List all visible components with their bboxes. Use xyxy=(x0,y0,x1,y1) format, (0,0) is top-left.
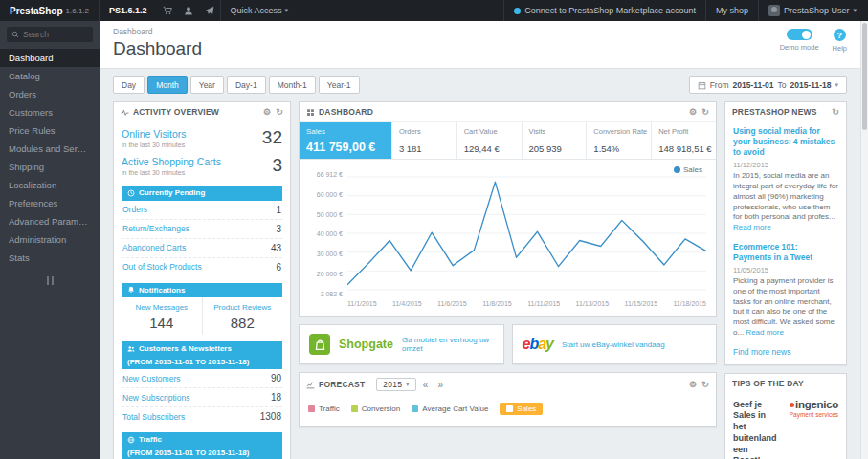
shop-name-link[interactable]: PS1.6.1.2 xyxy=(99,0,157,21)
sidebar-item-localization[interactable]: Localization xyxy=(0,176,100,194)
ingenico-logo[interactable]: ingenico Payment services xyxy=(783,400,838,459)
panel-refresh-icon[interactable]: ↻ xyxy=(701,380,709,389)
sidebar-item-advanced-parameters[interactable]: Advanced Parameters xyxy=(0,212,100,230)
demo-mode-label: Demo mode xyxy=(780,43,819,52)
user-menu[interactable]: PrestaShop User ▾ xyxy=(758,0,860,21)
find-more-news-link[interactable]: Find more news xyxy=(733,347,838,357)
product-reviews-cell[interactable]: Product Reviews 882 xyxy=(202,297,283,335)
active-carts-value: 3 xyxy=(272,155,282,176)
marketplace-link[interactable]: Connect to PrestaShop Marketplace accoun… xyxy=(503,0,705,21)
range-button-day-1[interactable]: Day-1 xyxy=(227,76,266,94)
search-input[interactable] xyxy=(23,30,88,39)
announcement-plane-icon[interactable] xyxy=(199,0,220,21)
news-article-title-link[interactable]: Ecommerce 101: Payments in a Tweet xyxy=(733,242,838,263)
kpi-row: Sales 411 759,00 € Orders 3 181 Cart Val… xyxy=(300,121,716,160)
new-messages-cell[interactable]: New Messages 144 xyxy=(122,297,202,335)
range-button-year[interactable]: Year xyxy=(190,76,224,94)
previous-year-button[interactable]: « xyxy=(420,380,432,390)
forecast-legend-average-cart-value[interactable]: Average Cart Value xyxy=(412,404,488,413)
news-article-date: 11/12/2015 xyxy=(733,161,838,169)
out-of-stock-link[interactable]: Out of Stock Products xyxy=(122,262,202,272)
online-visitors-label[interactable]: Online Visitors xyxy=(122,128,187,140)
panel-refresh-icon[interactable]: ↻ xyxy=(832,107,839,117)
panel-refresh-icon[interactable]: ↻ xyxy=(701,107,709,117)
active-carts-label[interactable]: Active Shopping Carts xyxy=(122,156,221,167)
shopgate-cta-link[interactable]: Ga mobiel en verhoog uw omzet xyxy=(402,336,494,353)
new-subscriptions-link[interactable]: New Subscriptions xyxy=(122,393,189,403)
panel-settings-icon[interactable]: ⚙ xyxy=(689,380,697,389)
sidebar-item-customers[interactable]: Customers xyxy=(0,103,100,121)
kpi-orders[interactable]: Orders 3 181 xyxy=(392,122,457,159)
help-icon[interactable]: ? xyxy=(834,29,846,41)
total-subscribers-link[interactable]: Total Subscribers xyxy=(122,412,185,422)
active-carts-sub: in the last 30 minutes xyxy=(122,169,221,176)
new-customers-link[interactable]: New Customers xyxy=(122,374,180,383)
my-shop-link[interactable]: My shop xyxy=(705,0,758,21)
active-carts-stat: Active Shopping Carts in the last 30 min… xyxy=(122,151,282,179)
kpi-conversion-rate[interactable]: Conversion Rate 1.54% xyxy=(587,122,652,159)
ebay-banner[interactable]: ebay Start uw eBay-winkel vandaag xyxy=(512,324,718,364)
sidebar-item-orders[interactable]: Orders xyxy=(0,85,100,103)
sidebar-item-price-rules[interactable]: Price Rules xyxy=(0,121,100,140)
forecast-legend-sales[interactable]: Sales xyxy=(500,403,543,415)
help-control[interactable]: ? Help xyxy=(833,29,847,53)
sidebar-item-catalog[interactable]: Catalog xyxy=(0,67,100,85)
forecast-year-select[interactable]: 2015 ▾ xyxy=(376,378,415,391)
pending-returns-link[interactable]: Return/Exchanges xyxy=(122,224,189,233)
panel-refresh-icon[interactable]: ↻ xyxy=(276,107,283,117)
activity-overview-panel: ACTIVITY OVERVIEW ⚙ ↻ Online Visitors in… xyxy=(113,101,291,459)
notifications-title: Notifications xyxy=(139,286,185,295)
demo-mode-control[interactable]: Demo mode xyxy=(780,29,819,53)
prestashop-logo[interactable]: PrestaShop 1.6.1.2 xyxy=(0,0,99,21)
demo-mode-toggle[interactable] xyxy=(787,29,812,40)
sidebar-collapse-icon[interactable] xyxy=(43,276,56,285)
customer-icon[interactable] xyxy=(178,0,199,21)
kpi-visits-label: Visits xyxy=(529,127,580,136)
kpi-visits[interactable]: Visits 205 939 xyxy=(523,122,588,159)
cart-icon[interactable] xyxy=(157,0,178,21)
sidebar-item-preferences[interactable]: Preferences xyxy=(0,194,100,212)
sidebar-item-dashboard[interactable]: Dashboard xyxy=(0,49,100,67)
panel-settings-icon[interactable]: ⚙ xyxy=(263,107,271,117)
sidebar: Dashboard Catalog Orders Customers Price… xyxy=(0,21,100,459)
kpi-sales[interactable]: Sales 411 759,00 € xyxy=(300,122,392,159)
kpi-net-profit[interactable]: Net Profit 148 918,51 € xyxy=(652,122,716,159)
average-cart-value-swatch-icon xyxy=(412,405,418,412)
avatar xyxy=(768,5,780,16)
sidebar-item-administration[interactable]: Administration xyxy=(0,230,100,249)
ebay-cta-link[interactable]: Start uw eBay-winkel vandaag xyxy=(562,340,665,349)
pending-rows: Orders 1 Return/Exchanges 3 Abandoned Ca… xyxy=(122,201,282,276)
kpi-cart-value[interactable]: Cart Value 129,44 € xyxy=(457,122,523,159)
forecast-legend-traffic[interactable]: Traffic xyxy=(308,404,340,413)
sidebar-search[interactable] xyxy=(7,27,93,42)
page-scrollbar[interactable] xyxy=(860,21,868,459)
chevron-down-icon: ▾ xyxy=(835,81,838,89)
date-range-picker[interactable]: From 2015-11-01 To 2015-11-18 ▾ xyxy=(689,76,847,94)
sidebar-item-stats[interactable]: Stats xyxy=(0,249,100,267)
chart-legend[interactable]: Sales xyxy=(674,165,702,174)
range-button-month[interactable]: Month xyxy=(147,76,188,94)
pending-row-returns: Return/Exchanges 3 xyxy=(122,220,282,239)
next-year-button[interactable]: » xyxy=(435,380,447,390)
quick-access-menu[interactable]: Quick Access ▾ xyxy=(220,0,299,21)
online-visitors-value: 32 xyxy=(262,127,282,148)
sidebar-item-shipping[interactable]: Shipping xyxy=(0,158,100,176)
forecast-legend-conversion[interactable]: Conversion xyxy=(351,404,400,413)
range-button-month-1[interactable]: Month-1 xyxy=(269,76,316,94)
range-button-day[interactable]: Day xyxy=(113,76,145,94)
kpi-orders-value: 3 181 xyxy=(399,143,450,154)
read-more-link[interactable]: Read more xyxy=(733,223,771,231)
sidebar-item-modules[interactable]: Modules and Services xyxy=(0,140,100,158)
calendar-icon xyxy=(698,81,706,90)
scrollbar-thumb[interactable] xyxy=(862,23,867,130)
kpi-net-profit-label: Net Profit xyxy=(658,127,709,136)
panel-settings-icon[interactable]: ⚙ xyxy=(689,107,697,117)
shopgate-banner[interactable]: Shopgate Ga mobiel en verhoog uw omzet xyxy=(299,324,504,364)
news-article-title-link[interactable]: Using social media for your business: 4 … xyxy=(733,126,838,158)
pending-orders-link[interactable]: Orders xyxy=(122,205,147,214)
range-button-year-1[interactable]: Year-1 xyxy=(319,76,360,94)
conversion-swatch-icon xyxy=(351,405,358,412)
traffic-header: Traffic (FROM 2015-11-01 TO 2015-11-18) xyxy=(122,432,282,459)
abandoned-carts-link[interactable]: Abandoned Carts xyxy=(122,243,186,252)
read-more-link[interactable]: Read more xyxy=(746,328,784,337)
